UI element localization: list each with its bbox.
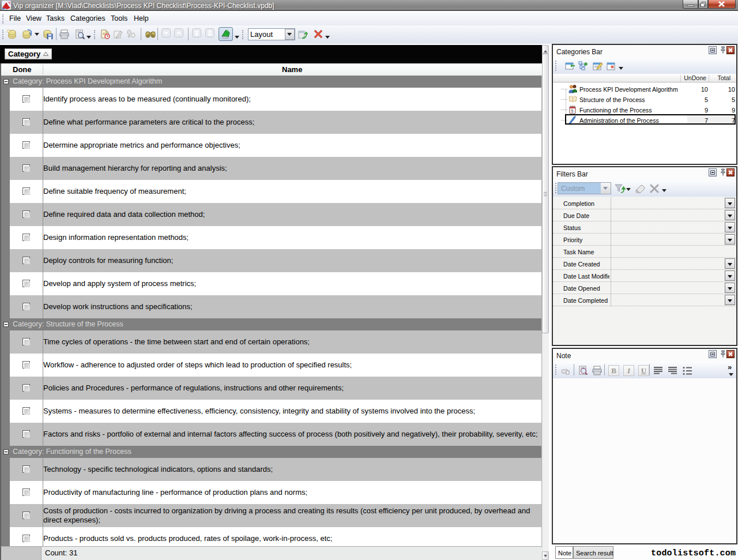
svg-text:5: 5 — [571, 109, 574, 113]
